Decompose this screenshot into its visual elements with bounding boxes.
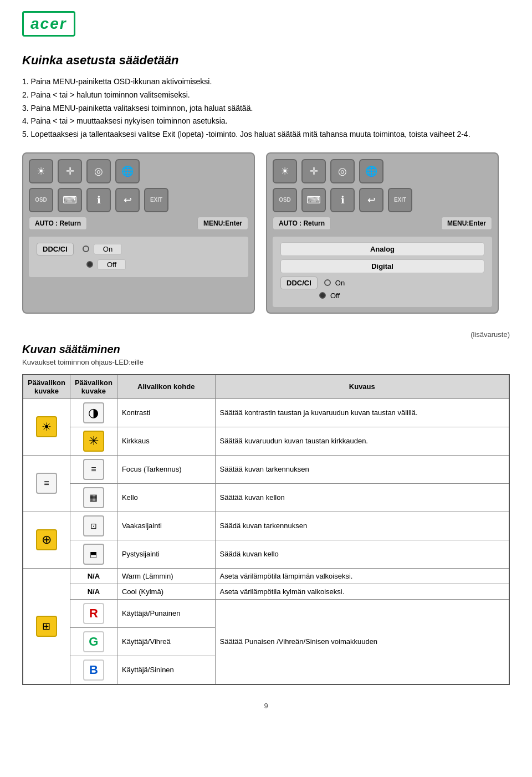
- sub-icon-cool: N/A: [70, 584, 117, 599]
- radio-on-left[interactable]: On: [83, 244, 122, 254]
- osd-bottom-right: AUTO : Return MENU:Enter: [273, 217, 492, 230]
- brightness-main-icon: ☀: [36, 416, 57, 437]
- main-icon-color: ⊞: [23, 568, 70, 684]
- table-header-row: Päävalikon kuvake Päävalikon kuvake Aliv…: [23, 375, 509, 399]
- keyboard-icon-right[interactable]: ⌨: [301, 188, 326, 212]
- col-header-kuvaus: Kuvaus: [215, 375, 509, 399]
- desc-focus: Säätää kuvan tarkennuksen: [215, 455, 509, 483]
- section-subtitle: Kuvaukset toiminnon ohjaus-LED:eille: [22, 358, 510, 366]
- desc-pysty: Säädä kuvan kello: [215, 540, 509, 568]
- desc-kirkkaus: Säätää kuvaruudun kuvan taustan kirkkaud…: [215, 427, 509, 455]
- kuvan-section-title: Kuvan säätäminen: [22, 343, 510, 356]
- brightness-icon-right[interactable]: ☀: [273, 159, 297, 183]
- sub-icon-warm: N/A: [70, 568, 117, 584]
- brightness-icon-left[interactable]: ☀: [29, 159, 53, 183]
- instruction-2: 2. Paina < tai > halutun toiminnon valit…: [22, 89, 510, 102]
- desc-warm: Aseta värilämpötila lämpimän valkoiseksi…: [215, 568, 509, 584]
- sub-icon-kello: ▦: [70, 483, 117, 512]
- green-sub-icon: G: [83, 631, 104, 652]
- instruction-4: 4. Paina < tai > muuttaaksesi nykyisen t…: [22, 115, 510, 128]
- on-value-left: On: [94, 244, 122, 254]
- on-value-right: On: [335, 279, 345, 287]
- main-icon-focus: ≡: [23, 455, 70, 512]
- radio-off-right[interactable]: Off: [280, 292, 484, 300]
- ddc-ci-label-left: DDC/CI: [37, 243, 74, 255]
- auto-return-label-left[interactable]: AUTO : Return: [29, 217, 87, 230]
- lisavaruste-text: (lisävaruste): [22, 330, 510, 339]
- acer-logo: acer: [22, 11, 510, 37]
- table-row: ⊞ N/A Warm (Lämmin) Aseta värilämpötila …: [23, 568, 509, 584]
- return-icon-right[interactable]: ↩: [359, 188, 383, 212]
- circle-icon-right[interactable]: ◎: [330, 159, 355, 183]
- page-title: Kuinka asetusta säädetään: [22, 53, 510, 68]
- table-row: ☀ ◑ Kontrasti Säätää kontrastin taustan …: [23, 398, 509, 427]
- warm-na-label: N/A: [88, 572, 100, 580]
- osd-icon-left[interactable]: OSD: [29, 188, 53, 212]
- contrast-sub-icon: ◑: [83, 402, 104, 423]
- clock-sub-icon: ▦: [83, 487, 104, 508]
- sub-label-kirkkaus: Kirkkaus: [117, 427, 215, 455]
- sub-icon-hpos: ⊡: [70, 512, 117, 540]
- col-header-main1: Päävalikon kuvake: [23, 375, 70, 399]
- main-table: Päävalikon kuvake Päävalikon kuvake Aliv…: [22, 374, 510, 685]
- auto-return-label-right[interactable]: AUTO : Return: [273, 217, 331, 230]
- desc-cool: Aseta värilämpötila kylmän valkoiseksi.: [215, 584, 509, 599]
- exit-icon-right[interactable]: EXIT: [388, 188, 412, 212]
- menu-enter-label-left[interactable]: MENU:Enter: [197, 217, 248, 230]
- vpos-sub-icon: ⬒: [83, 544, 104, 565]
- sub-icon-red: R: [70, 599, 117, 627]
- instruction-3: 3. Paina MENU-painiketta valitaksesi toi…: [22, 102, 510, 115]
- osd-icon-right[interactable]: OSD: [273, 188, 297, 212]
- color-main-icon: ⊞: [36, 616, 57, 637]
- globe-icon-left[interactable]: 🌐: [115, 159, 140, 183]
- radio-off-left[interactable]: Off: [37, 259, 241, 270]
- position-main-icon: ⊕: [36, 529, 57, 550]
- sub-label-pysty: Pystysijainti: [117, 540, 215, 568]
- sub-icon-vpos: ⬒: [70, 540, 117, 568]
- digital-label[interactable]: Digital: [280, 259, 484, 273]
- globe-icon-right[interactable]: 🌐: [359, 159, 383, 183]
- sub-icon-contrast: ◑: [70, 398, 117, 427]
- desc-kontrasti: Säätää kontrastin taustan ja kuvaruudun …: [215, 398, 509, 427]
- osd-panel-right: ☀ ✛ ◎ 🌐 OSD ⌨ ℹ ↩ EXIT AUTO : Return MEN…: [266, 152, 499, 314]
- table-row: ✳ Kirkkaus Säätää kuvaruudun kuvan taust…: [23, 427, 509, 455]
- analog-label[interactable]: Analog: [280, 242, 484, 256]
- instruction-1: 1. Paina MENU-painiketta OSD-ikkunan akt…: [22, 75, 510, 89]
- menu-enter-label-right[interactable]: MENU:Enter: [441, 217, 492, 230]
- info-icon-left[interactable]: ℹ: [86, 188, 111, 212]
- sub-label-red: Käyttäjä/Punainen: [117, 599, 215, 627]
- osd-icons-row-right: ☀ ✛ ◎ 🌐: [273, 159, 492, 183]
- plus-icon-right[interactable]: ✛: [301, 159, 326, 183]
- table-row: ▦ Kello Säätää kuvan kellon: [23, 483, 509, 512]
- osd-panel-left: ☀ ✛ ◎ 🌐 OSD ⌨ ℹ ↩ EXIT AUTO : Return MEN…: [22, 152, 255, 314]
- radio-on-right[interactable]: On: [324, 279, 345, 287]
- table-row: ≡ ≡ Focus (Tarkennus) Säätää kuvan tarke…: [23, 455, 509, 483]
- sub-label-kello: Kello: [117, 483, 215, 512]
- sub-label-blue: Käyttäjä/Sininen: [117, 656, 215, 684]
- sub-icon-green: G: [70, 627, 117, 656]
- return-icon-left[interactable]: ↩: [115, 188, 140, 212]
- circle-icon-left[interactable]: ◎: [86, 159, 111, 183]
- blue-sub-icon: B: [83, 660, 104, 681]
- cool-na-label: N/A: [88, 587, 100, 596]
- sub-icon-kirkkaus: ✳: [70, 427, 117, 455]
- plus-icon-left[interactable]: ✛: [58, 159, 82, 183]
- exit-icon-left[interactable]: EXIT: [144, 188, 168, 212]
- radio-off-circle-right: [319, 292, 326, 299]
- ddc-inner-left: DDC/CI On: [37, 242, 241, 256]
- desc-rgb: Säätää Punaisen /Vihreän/Sinisen voimakk…: [215, 599, 509, 684]
- osd-icons-row2-left: OSD ⌨ ℹ ↩ EXIT: [29, 188, 248, 212]
- radio-on-circle-left: [83, 246, 89, 252]
- table-row: ⊕ ⊡ Vaakasijainti Säädä kuvan tarkennuks…: [23, 512, 509, 540]
- info-icon-right[interactable]: ℹ: [330, 188, 355, 212]
- ddc-ci-label-right: DDC/CI: [280, 277, 318, 289]
- keyboard-icon-left[interactable]: ⌨: [58, 188, 82, 212]
- sub-label-warm: Warm (Lämmin): [117, 568, 215, 584]
- sub-label-vaaka: Vaakasijainti: [117, 512, 215, 540]
- col-header-sub: Alivalikon kohde: [117, 375, 215, 399]
- sub-icon-blue: B: [70, 656, 117, 684]
- radio-on-circle-right: [324, 279, 331, 286]
- hpos-sub-icon: ⊡: [83, 515, 104, 536]
- osd-icons-row-left: ☀ ✛ ◎ 🌐: [29, 159, 248, 183]
- ddc-inner-right: DDC/CI On: [280, 277, 484, 289]
